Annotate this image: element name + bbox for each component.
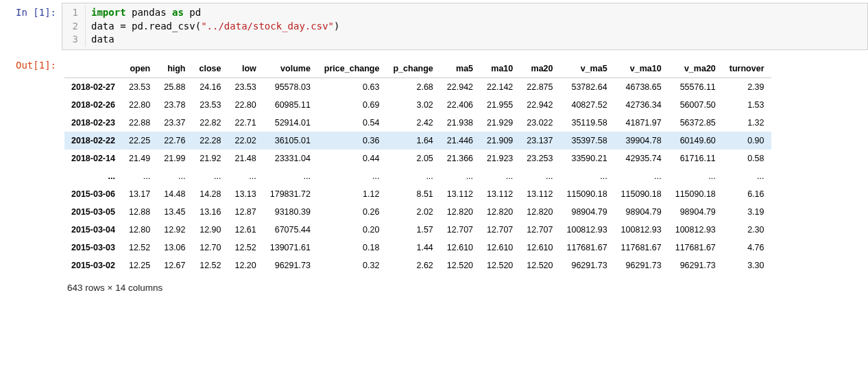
cell: 0.69 [317,96,387,114]
table-row: 2015-03-0412.8012.9212.9012.6167075.440.… [64,221,771,239]
cell: 0.18 [317,239,387,257]
output-area: openhighcloselowvolumeprice_changep_chan… [62,56,868,300]
cell: 0.26 [317,203,387,221]
cell: 4.76 [723,239,771,257]
cell: 0.44 [317,150,387,167]
cell: 12.88 [122,203,157,221]
cell: 24.16 [193,78,228,96]
code-editor[interactable]: 1import pandas as pd2data = pd.read_csv(… [62,3,868,50]
cell: 96291.73 [263,257,317,274]
ellipsis-cell: ... [480,167,520,185]
cell: 23331.04 [263,150,317,167]
cell: 22.25 [122,132,157,150]
cell: 12.90 [193,221,228,239]
cell: 22.88 [122,114,157,132]
ellipsis-cell: ... [193,167,228,185]
column-header: v_ma20 [668,60,723,78]
cell: 93180.39 [263,203,317,221]
cell: 22.80 [122,96,157,114]
table-header-row: openhighcloselowvolumeprice_changep_chan… [64,60,771,78]
cell: 23.53 [193,96,228,114]
cell: 36105.01 [263,132,317,150]
cell: 2.42 [386,114,439,132]
cell: 115090.18 [560,185,614,203]
table-row: 2018-02-2622.8023.7823.5322.8060985.110.… [64,96,771,114]
cell: 2.39 [723,78,771,96]
output-cell: Out[1]: openhighcloselowvolumeprice_chan… [0,53,868,302]
cell: 23.022 [520,114,559,132]
ellipsis-cell: ... [386,167,439,185]
cell: 0.32 [317,257,387,274]
cell: 14.48 [157,185,192,203]
cell: 14.28 [193,185,228,203]
cell: 0.90 [723,132,771,150]
cell: 21.92 [193,150,228,167]
cell: 3.02 [386,96,439,114]
column-header: turnover [723,60,771,78]
cell: 22.942 [520,96,559,114]
cell: 0.20 [317,221,387,239]
cell: 12.52 [122,239,157,257]
column-header: open [122,60,157,78]
cell: 12.820 [520,203,559,221]
cell: 12.87 [228,203,263,221]
table-row: 2015-03-0312.5213.0612.7012.52139071.610… [64,239,771,257]
cell: 96291.73 [614,257,668,274]
cell: 23.53 [122,78,157,96]
cell: 60149.60 [668,132,723,150]
cell: 55576.11 [668,78,723,96]
table-row: 2015-03-0512.8813.4513.1612.8793180.390.… [64,203,771,221]
cell: 12.52 [228,239,263,257]
cell: 22.71 [228,114,263,132]
cell: 12.70 [193,239,228,257]
row-index: 2018-02-23 [64,114,122,132]
code-content: data [86,33,114,47]
input-cell: In [1]: 1import pandas as pd2data = pd.r… [0,0,868,53]
cell: 12.520 [440,257,480,274]
row-index: 2015-03-05 [64,203,122,221]
cell: 12.610 [520,239,559,257]
cell: 98904.79 [668,203,723,221]
cell: 1.44 [386,239,439,257]
cell: 46738.65 [614,78,668,96]
row-index: 2018-02-26 [64,96,122,114]
cell: 23.53 [228,78,263,96]
column-header: low [228,60,263,78]
code-content: data = pd.read_csv("../data/stock_day.cs… [86,20,339,34]
cell: 23.78 [157,96,192,114]
cell: 13.112 [480,185,520,203]
cell: 12.520 [520,257,559,274]
cell: 42736.34 [614,96,668,114]
cell: 21.909 [480,132,520,150]
ellipsis-cell: ... [723,167,771,185]
cell: 12.80 [122,221,157,239]
cell: 22.406 [440,96,480,114]
cell: 61716.11 [668,150,723,167]
cell: 100812.93 [614,221,668,239]
cell: 22.875 [520,78,559,96]
cell: 100812.93 [668,221,723,239]
cell: 100812.93 [560,221,614,239]
ellipsis-cell: ... [560,167,614,185]
column-header: ma10 [480,60,520,78]
ellipsis-cell: ... [64,167,122,185]
ellipsis-row: ........................................… [64,167,771,185]
cell: 12.820 [480,203,520,221]
cell: 12.20 [228,257,263,274]
cell: 21.955 [480,96,520,114]
ellipsis-cell: ... [440,167,480,185]
output-prompt: Out[1]: [0,56,62,300]
cell: 12.52 [193,257,228,274]
column-header: ma20 [520,60,559,78]
column-header: high [157,60,192,78]
table-row: 2018-02-2723.5325.8824.1623.5395578.030.… [64,78,771,96]
cell: 12.820 [440,203,480,221]
cell: 21.446 [440,132,480,150]
cell: 21.99 [157,150,192,167]
cell: 67075.44 [263,221,317,239]
code-line: 3data [62,33,867,47]
cell: 33590.21 [560,150,614,167]
cell: 21.938 [440,114,480,132]
dataframe-summary: 643 rows × 14 columns [64,274,865,296]
ellipsis-cell: ... [614,167,668,185]
